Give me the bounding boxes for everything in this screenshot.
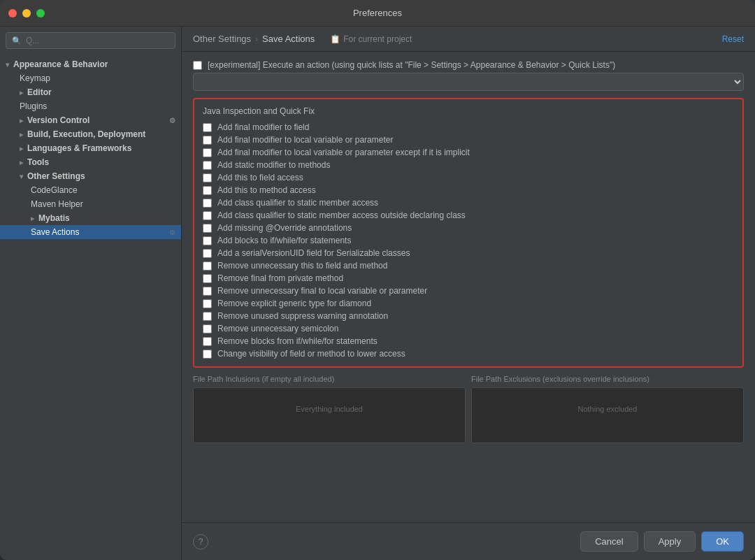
chevron-right-icon: ▸ (20, 89, 23, 96)
sidebar-item-appearance[interactable]: ▾ Appearance & Behavior (0, 57, 181, 71)
inspection-label-add-final-field: Add final modifier to field (217, 122, 309, 132)
chevron-right-icon: ▸ (20, 117, 23, 124)
for-project-label: 📋 For current project (330, 34, 412, 44)
action-dropdown[interactable] (193, 73, 744, 91)
sidebar-item-tools[interactable]: ▸ Tools (0, 155, 181, 169)
inspection-checkbox-add-final-local-implicit[interactable] (203, 148, 212, 157)
inspection-checkbox-remove-final-local[interactable] (203, 287, 212, 296)
search-icon: 🔍 (12, 36, 22, 45)
inspection-item: Add final modifier to local variable or … (203, 134, 734, 145)
sidebar-item-label: Keymap (20, 73, 50, 83)
window-title: Preferences (353, 8, 402, 18)
inspection-checkbox-remove-suppress[interactable] (203, 312, 212, 321)
sidebar-item-label: CodeGlance (31, 185, 78, 195)
sidebar-item-build[interactable]: ▸ Build, Execution, Deployment (0, 127, 181, 141)
experimental-checkbox[interactable] (193, 61, 202, 70)
sidebar-item-label: Other Settings (27, 171, 85, 181)
inspection-checkbox-add-class-qualifier-outside[interactable] (203, 211, 212, 220)
inspection-item: Remove unnecessary final to local variab… (203, 285, 734, 296)
sidebar: 🔍 ▾ Appearance & Behavior Keymap ▸ Edito… (0, 27, 182, 560)
inspection-checkbox-add-final-local[interactable] (203, 136, 212, 145)
filepath-inclusions-label: File Path Inclusions (if empty all inclu… (193, 375, 466, 383)
vcs-icon: ⚙ (169, 117, 175, 124)
cancel-button[interactable]: Cancel (580, 531, 638, 552)
inspection-checkbox-add-blocks[interactable] (203, 236, 212, 245)
sidebar-item-label: Maven Helper (31, 199, 83, 209)
sidebar-item-editor[interactable]: ▸ Editor (0, 85, 181, 99)
close-button[interactable] (8, 9, 17, 17)
inspection-checkbox-add-override[interactable] (203, 224, 212, 233)
search-input[interactable] (26, 36, 169, 45)
chevron-right-icon: ▸ (31, 215, 34, 222)
minimize-button[interactable] (22, 9, 31, 17)
top-options: [experimental] Execute an action (using … (193, 60, 744, 91)
inspection-label-add-blocks: Add blocks to if/while/for statements (217, 236, 351, 245)
inspection-item: Remove explicit generic type for diamond (203, 298, 734, 309)
inspection-checkbox-remove-this[interactable] (203, 261, 212, 271)
sidebar-item-label: Build, Execution, Deployment (27, 129, 145, 139)
reset-button[interactable]: Reset (722, 34, 744, 44)
filepath-exclusions-empty: Nothing excluded (475, 391, 740, 427)
sidebar-item-label: Save Actions (31, 227, 79, 237)
inspection-checkbox-remove-final-private[interactable] (203, 274, 212, 283)
sidebar-item-label: Version Control (27, 115, 89, 125)
sidebar-item-maven-helper[interactable]: Maven Helper (0, 197, 181, 211)
search-box[interactable]: 🔍 (6, 32, 175, 49)
sidebar-item-mybatis[interactable]: ▸ Mybatis (0, 211, 181, 225)
inspection-item: Remove unnecessary semicolon (203, 323, 734, 334)
inspection-checkbox-add-this-method[interactable] (203, 186, 212, 195)
inspection-checkbox-remove-blocks[interactable] (203, 337, 212, 346)
sidebar-item-plugins[interactable]: Plugins (0, 99, 181, 113)
inspection-checkbox-add-this-field[interactable] (203, 173, 212, 182)
inspection-checkbox-add-class-qualifier[interactable] (203, 199, 212, 208)
inspection-label-remove-semicolon: Remove unnecessary semicolon (217, 324, 338, 333)
inspection-item: Remove unused suppress warning annotatio… (203, 310, 734, 322)
content-body: [experimental] Execute an action (using … (182, 52, 755, 522)
footer: ? Cancel Apply OK (182, 522, 755, 560)
inspection-item: Add blocks to if/while/for statements (203, 235, 734, 246)
breadcrumb-current: Save Actions (262, 34, 315, 44)
inspection-item: Add a serialVersionUID field for Seriali… (203, 247, 734, 259)
inspection-checkbox-add-serial[interactable] (203, 249, 212, 258)
inspection-checkbox-change-visibility[interactable] (203, 350, 212, 359)
filepath-exclusions-label: File Path Exclusions (exclusions overrid… (471, 375, 744, 383)
window-controls (8, 9, 45, 17)
sidebar-item-version-control[interactable]: ▸ Version Control ⚙ (0, 113, 181, 127)
sidebar-item-keymap[interactable]: Keymap (0, 71, 181, 85)
chevron-right-icon: ▸ (20, 159, 23, 166)
inspection-item: Remove unnecessary this to field and met… (203, 260, 734, 271)
sidebar-item-languages[interactable]: ▸ Languages & Frameworks (0, 141, 181, 155)
sidebar-item-save-actions[interactable]: Save Actions ⚙ (0, 225, 181, 239)
inspection-item: Add static modifier to methods (203, 159, 734, 171)
inspection-checkbox-add-static-methods[interactable] (203, 161, 212, 170)
inspection-item: Add final modifier to local variable or … (203, 147, 734, 158)
inspection-checkbox-add-final-field[interactable] (203, 123, 212, 132)
inspection-item: Change visibility of field or method to … (203, 348, 734, 359)
inspection-label-remove-final-local: Remove unnecessary final to local variab… (217, 286, 427, 296)
inspection-label-remove-suppress: Remove unused suppress warning annotatio… (217, 311, 388, 321)
content-area: Other Settings › Save Actions 📋 For curr… (182, 27, 755, 560)
apply-button[interactable]: Apply (644, 531, 696, 552)
filepath-inclusions-empty: Everything included (196, 391, 462, 427)
sidebar-item-other-settings[interactable]: ▾ Other Settings (0, 169, 181, 183)
inspection-box: Java Inspection and Quick Fix Add final … (193, 98, 744, 368)
clipboard-icon: 📋 (330, 34, 340, 44)
sidebar-item-codeglance[interactable]: CodeGlance (0, 183, 181, 197)
inspection-checkbox-remove-semicolon[interactable] (203, 324, 212, 333)
inspection-title: Java Inspection and Quick Fix (203, 106, 734, 116)
inspection-item: Remove blocks from if/while/for statemen… (203, 336, 734, 347)
ok-button[interactable]: OK (701, 531, 744, 552)
sidebar-item-label: Editor (27, 87, 52, 97)
inspection-item: Add this to method access (203, 185, 734, 196)
inspection-label-add-class-qualifier: Add class qualifier to static member acc… (217, 198, 378, 208)
inspection-label-add-this-field: Add this to field access (217, 173, 303, 182)
inspection-checkbox-remove-generic[interactable] (203, 299, 212, 308)
maximize-button[interactable] (36, 9, 45, 17)
inspection-label-change-visibility: Change visibility of field or method to … (217, 349, 405, 359)
filepath-exclusions-col: File Path Exclusions (exclusions overrid… (471, 375, 744, 443)
content-header: Other Settings › Save Actions 📋 For curr… (182, 27, 755, 52)
inspection-label-add-this-method: Add this to method access (217, 185, 316, 195)
help-button[interactable]: ? (193, 534, 208, 550)
sidebar-item-label: Appearance & Behavior (13, 59, 108, 69)
breadcrumb-separator: › (255, 34, 258, 44)
